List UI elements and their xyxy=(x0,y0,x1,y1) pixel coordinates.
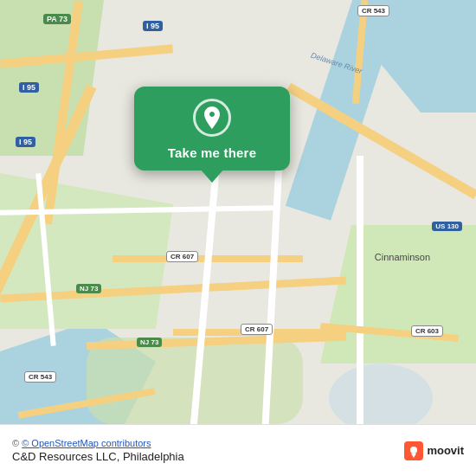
label-us130: US 130 xyxy=(432,222,462,231)
svg-point-1 xyxy=(410,447,417,453)
copyright-text: © © OpenStreetMap contributors xyxy=(12,438,394,448)
label-i95-left1: I 95 xyxy=(19,82,39,93)
copyright-symbol: © xyxy=(12,438,22,448)
water-bottom-right xyxy=(329,363,433,433)
bottom-bar: © © OpenStreetMap contributors C&D Resou… xyxy=(0,424,476,476)
take-me-there-button[interactable]: Take me there xyxy=(134,87,290,170)
label-pa73: PA 73 xyxy=(43,14,71,24)
label-i95-top: I 95 xyxy=(143,21,163,31)
label-nj73-2: NJ 73 xyxy=(137,338,162,347)
label-i95-left2: I 95 xyxy=(16,137,35,147)
location-pin-icon xyxy=(193,99,231,137)
label-nj73-1: NJ 73 xyxy=(76,284,101,293)
label-cr607-1: CR 607 xyxy=(166,251,198,262)
label-cr603: CR 603 xyxy=(411,325,443,337)
moovit-icon-svg xyxy=(404,441,423,460)
popup-label: Take me there xyxy=(168,145,256,160)
label-cr543-tr: CR 543 xyxy=(357,5,389,16)
pin-svg xyxy=(203,106,222,129)
place-title: C&D Resources LLC, Philadelphia xyxy=(12,450,394,463)
label-cr543-bl: CR 543 xyxy=(24,371,56,383)
moovit-text: moovit xyxy=(427,444,464,457)
map-container: PA 73 I 95 I 95 I 95 NJ 73 NJ 73 CR 607 … xyxy=(0,0,476,476)
label-cr607-2: CR 607 xyxy=(241,324,273,335)
label-cinnaminson: Cinnaminson xyxy=(372,251,433,263)
moovit-logo[interactable]: moovit xyxy=(404,441,464,460)
osm-link[interactable]: © OpenStreetMap contributors xyxy=(22,438,151,448)
